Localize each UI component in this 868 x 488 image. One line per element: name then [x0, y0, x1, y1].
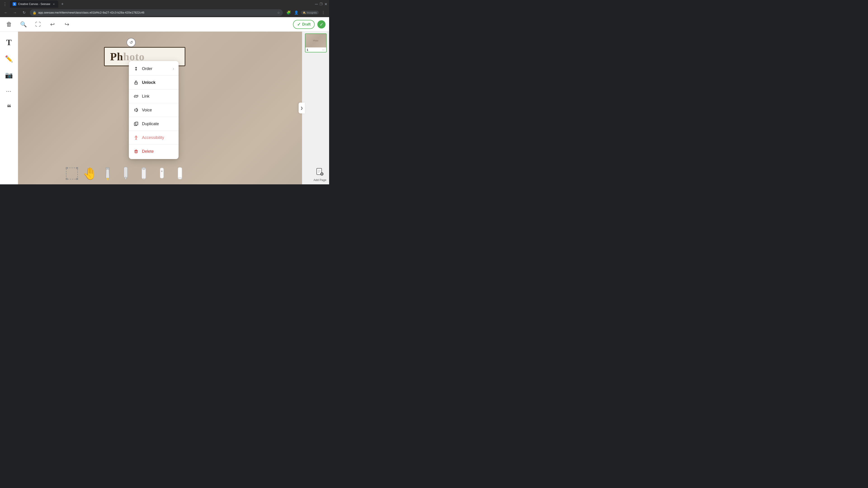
page-number: 1: [307, 48, 308, 52]
more-icon: ···: [6, 88, 11, 94]
url-right-icons: ☆: [277, 11, 280, 14]
tab-favicon: S: [13, 2, 16, 6]
active-tab[interactable]: S Creative Canvas - Seesaw ✕: [10, 0, 58, 8]
svg-rect-15: [143, 167, 145, 170]
delete-icon: [133, 149, 139, 154]
svg-rect-11: [106, 167, 110, 169]
submit-btn[interactable]: ✓: [317, 20, 326, 29]
app-toolbar: 🗑 🔍 ⛶ ↩ ↪ ✓ Draft ✓: [0, 17, 329, 32]
incognito-badge: 🕵 Incognito: [301, 11, 319, 14]
canvas-area[interactable]: ↺ Phhoto Order: [18, 32, 302, 184]
url-text: app.seesaw.me/#/item/new/class/class.e01…: [38, 11, 275, 14]
close-btn[interactable]: ✕: [324, 2, 327, 6]
selected-tool-container: [65, 164, 79, 183]
app-container: 🗑 🔍 ⛶ ↩ ↪ ✓ Draft ✓ T ✏️: [0, 17, 329, 184]
delete-label: Delete: [142, 149, 154, 154]
textbox-content: Ph: [110, 51, 123, 63]
svg-marker-2: [135, 108, 137, 112]
sparkle-icon: ✦: [158, 166, 166, 182]
menu-item-link[interactable]: Link: [129, 90, 179, 102]
marker-tool-btn[interactable]: [119, 164, 133, 183]
menu-item-duplicate[interactable]: Duplicate: [129, 118, 179, 130]
menu-btn[interactable]: ⋮: [320, 9, 327, 16]
camera-tool-btn[interactable]: 📷: [2, 68, 16, 82]
order-arrow: ›: [173, 67, 174, 70]
svg-point-1: [136, 83, 136, 84]
add-page-btn[interactable]: Add Page: [313, 166, 327, 182]
toolbar-left: 🗑 🔍 ⛶ ↩ ↪: [4, 19, 72, 30]
reload-btn[interactable]: ↻: [21, 9, 27, 16]
handle-br[interactable]: [76, 178, 78, 180]
minimize-btn[interactable]: ─: [315, 2, 318, 6]
eraser-tool-btn[interactable]: [136, 164, 151, 183]
more-tools-btn[interactable]: ···: [2, 84, 16, 98]
svg-point-5: [135, 136, 136, 137]
forward-btn[interactable]: →: [12, 9, 18, 16]
svg-marker-10: [106, 178, 109, 181]
toggle-icon: ❯: [301, 106, 303, 110]
window-controls: ─ ❐ ✕: [315, 2, 327, 6]
menu-item-order[interactable]: Order ›: [129, 63, 179, 74]
thumb-preview: Photo: [305, 34, 326, 47]
undo-btn[interactable]: ↩: [47, 19, 58, 30]
extensions-panel-btn[interactable]: 🧩: [285, 9, 292, 16]
secure-icon: 🔒: [33, 11, 36, 14]
url-bar[interactable]: 🔒 app.seesaw.me/#/item/new/class/class.e…: [30, 9, 283, 16]
rotate-handle[interactable]: ↺: [127, 38, 135, 47]
quote-tool-btn[interactable]: ❝: [2, 100, 16, 115]
hand-icon: ✋: [82, 167, 97, 181]
extensions-btn[interactable]: ⋮: [2, 1, 8, 7]
incognito-label: Incognito: [307, 11, 317, 14]
redo-btn[interactable]: ↪: [61, 19, 72, 30]
svg-rect-20: [178, 177, 182, 179]
incognito-icon: 🕵: [303, 11, 306, 14]
pen-tool-btn[interactable]: ✏️: [2, 52, 16, 66]
address-bar: ← → ↻ 🔒 app.seesaw.me/#/item/new/class/c…: [0, 8, 329, 17]
svg-marker-9: [106, 168, 110, 178]
menu-item-accessibility[interactable]: Accessibility: [129, 132, 179, 143]
tab-close-btn[interactable]: ✕: [52, 2, 56, 6]
add-page-icon: [314, 166, 325, 177]
sparkle-tool-btn[interactable]: ✦: [155, 164, 169, 183]
menu-item-voice[interactable]: Voice: [129, 104, 179, 116]
tab-title: Creative Canvas - Seesaw: [18, 2, 50, 6]
fullscreen-btn[interactable]: ⛶: [33, 19, 43, 30]
back-btn[interactable]: ←: [3, 9, 9, 16]
duplicate-label: Duplicate: [142, 122, 159, 126]
page-thumbnail[interactable]: Photo 1 ···: [305, 33, 327, 53]
menu-divider-2: [129, 89, 179, 90]
trash-btn[interactable]: 🗑: [4, 19, 14, 30]
white-tool-icon: [176, 166, 184, 182]
maximize-btn[interactable]: ❐: [320, 2, 322, 6]
accessibility-icon: [133, 135, 139, 140]
tab-left-icons: ⋮: [2, 1, 8, 7]
handle-tr[interactable]: [76, 167, 78, 169]
submit-check-icon: ✓: [320, 22, 323, 27]
accessibility-label: Accessibility: [142, 135, 164, 140]
panel-toggle-btn[interactable]: ❯: [299, 103, 305, 113]
menu-divider-1: [129, 75, 179, 76]
handle-tl[interactable]: [66, 167, 68, 169]
thumb-label: Photo: [313, 39, 318, 42]
svg-point-16: [143, 178, 145, 180]
addr-right-icons: 🧩 👤 🕵 Incognito ⋮: [285, 9, 327, 16]
zoom-in-btn[interactable]: 🔍: [18, 19, 29, 30]
bookmark-icon[interactable]: ☆: [277, 11, 280, 14]
left-sidebar: T ✏️ 📷 ··· ❝: [0, 32, 18, 184]
link-icon: [133, 94, 139, 99]
thumb-options-btn[interactable]: ···: [322, 48, 325, 52]
selection-box: [66, 168, 78, 180]
white-tool-btn[interactable]: [173, 164, 187, 183]
handle-bl[interactable]: [66, 178, 68, 180]
hand-tool-btn[interactable]: ✋: [82, 164, 97, 183]
text-tool-btn[interactable]: T: [2, 35, 16, 50]
bottom-tools: ✋: [63, 163, 189, 184]
draft-btn[interactable]: ✓ Draft: [293, 20, 315, 29]
right-panel: ❯ Photo 1 ···: [302, 32, 329, 184]
new-tab-btn[interactable]: +: [59, 1, 66, 7]
pencil-tool-btn[interactable]: [100, 164, 115, 183]
order-label: Order: [142, 66, 152, 71]
menu-item-unlock[interactable]: Unlock: [129, 76, 179, 88]
menu-item-delete[interactable]: Delete: [129, 145, 179, 157]
profile-btn[interactable]: 👤: [293, 9, 300, 16]
